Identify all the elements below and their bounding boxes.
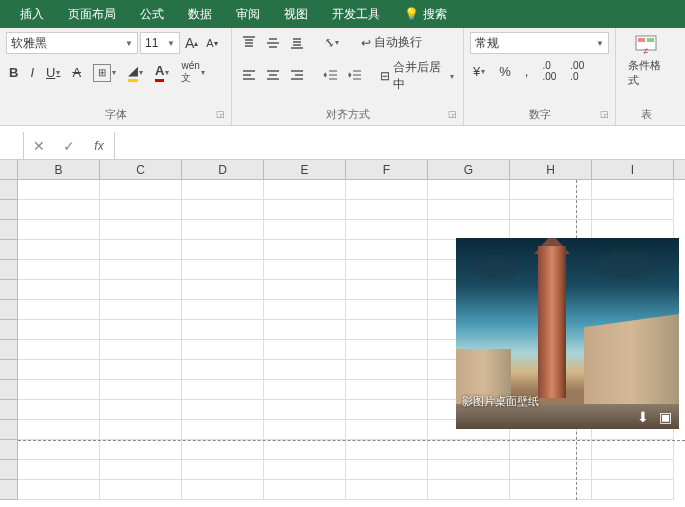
row-header[interactable] <box>0 260 18 280</box>
cell[interactable] <box>182 480 264 500</box>
bold-button[interactable]: B <box>6 63 21 82</box>
cell[interactable] <box>18 220 100 240</box>
cell[interactable] <box>18 180 100 200</box>
download-icon[interactable]: ⬇ <box>635 409 651 425</box>
row-header[interactable] <box>0 300 18 320</box>
cell[interactable] <box>100 180 182 200</box>
cell[interactable] <box>264 220 346 240</box>
cell[interactable] <box>264 200 346 220</box>
confirm-button[interactable]: ✓ <box>54 132 84 159</box>
cell[interactable] <box>346 220 428 240</box>
decrease-indent-button[interactable] <box>320 66 342 86</box>
cell[interactable] <box>346 400 428 420</box>
cell[interactable] <box>428 220 510 240</box>
cell[interactable] <box>100 240 182 260</box>
cell[interactable] <box>346 360 428 380</box>
align-top-button[interactable] <box>238 33 260 53</box>
decrease-font-button[interactable]: A▾ <box>203 35 220 51</box>
cancel-button[interactable]: ✕ <box>24 132 54 159</box>
cell[interactable] <box>346 300 428 320</box>
cell[interactable] <box>182 460 264 480</box>
cell[interactable] <box>18 400 100 420</box>
border-button[interactable]: ⊞▾ <box>90 62 119 84</box>
formula-input[interactable] <box>114 132 685 159</box>
cell[interactable] <box>510 200 592 220</box>
orientation-button[interactable]: ⤡▾ <box>320 33 342 52</box>
column-header[interactable]: G <box>428 160 510 179</box>
menu-view[interactable]: 视图 <box>272 0 320 28</box>
number-format-combo[interactable]: 常规 ▼ <box>470 32 609 54</box>
row-header[interactable] <box>0 460 18 480</box>
cell[interactable] <box>264 380 346 400</box>
currency-button[interactable]: ¥▾ <box>470 62 488 81</box>
cell[interactable] <box>592 480 674 500</box>
menu-devtools[interactable]: 开发工具 <box>320 0 392 28</box>
dialog-launcher-icon[interactable]: ◲ <box>216 109 225 119</box>
cell[interactable] <box>346 280 428 300</box>
cell[interactable] <box>264 480 346 500</box>
cell[interactable] <box>346 420 428 440</box>
cell[interactable] <box>182 400 264 420</box>
cell[interactable] <box>182 240 264 260</box>
row-header[interactable] <box>0 280 18 300</box>
cell[interactable] <box>100 300 182 320</box>
cell[interactable] <box>264 420 346 440</box>
cell[interactable] <box>18 460 100 480</box>
select-all-corner[interactable] <box>0 160 18 179</box>
cell[interactable] <box>346 380 428 400</box>
fill-color-button[interactable]: ◢▾ <box>125 61 146 84</box>
cell[interactable] <box>428 200 510 220</box>
cell[interactable] <box>510 480 592 500</box>
column-header[interactable]: B <box>18 160 100 179</box>
menu-data[interactable]: 数据 <box>176 0 224 28</box>
cell[interactable] <box>18 380 100 400</box>
italic-button[interactable]: I <box>27 63 37 82</box>
cell[interactable] <box>264 300 346 320</box>
expand-icon[interactable]: ▣ <box>657 409 673 425</box>
cell[interactable] <box>182 260 264 280</box>
cell[interactable] <box>100 200 182 220</box>
cell[interactable] <box>428 180 510 200</box>
cell[interactable] <box>592 440 674 460</box>
column-header[interactable]: D <box>182 160 264 179</box>
align-bottom-button[interactable] <box>286 33 308 53</box>
conditional-format-button[interactable]: ≠ 条件格式 <box>622 32 670 90</box>
cell[interactable] <box>18 320 100 340</box>
row-header[interactable] <box>0 380 18 400</box>
cell[interactable] <box>592 200 674 220</box>
cell[interactable] <box>182 360 264 380</box>
cell[interactable] <box>18 360 100 380</box>
phonetic-button[interactable]: wén文▾ <box>178 58 207 87</box>
cell[interactable] <box>182 200 264 220</box>
wrap-text-button[interactable]: ↩ 自动换行 <box>358 32 425 53</box>
cell[interactable] <box>100 440 182 460</box>
cell[interactable] <box>100 480 182 500</box>
cell[interactable] <box>182 220 264 240</box>
cell[interactable] <box>510 460 592 480</box>
cell[interactable] <box>346 200 428 220</box>
cell[interactable] <box>592 220 674 240</box>
cell[interactable] <box>100 400 182 420</box>
menu-layout[interactable]: 页面布局 <box>56 0 128 28</box>
comma-button[interactable]: , <box>522 62 532 81</box>
row-header[interactable] <box>0 180 18 200</box>
column-header[interactable]: E <box>264 160 346 179</box>
cell[interactable] <box>264 340 346 360</box>
cell[interactable] <box>18 260 100 280</box>
cell[interactable] <box>182 320 264 340</box>
cell[interactable] <box>346 180 428 200</box>
cell[interactable] <box>428 460 510 480</box>
cell[interactable] <box>264 460 346 480</box>
decrease-decimal-button[interactable]: .00.0 <box>567 58 587 84</box>
align-middle-button[interactable] <box>262 33 284 53</box>
cell[interactable] <box>346 320 428 340</box>
cell[interactable] <box>18 480 100 500</box>
underline-button[interactable]: U▾ <box>43 63 63 82</box>
strikethrough-button[interactable]: A <box>69 63 84 82</box>
cell[interactable] <box>264 400 346 420</box>
cell[interactable] <box>100 380 182 400</box>
cell[interactable] <box>346 480 428 500</box>
cell[interactable] <box>592 180 674 200</box>
dialog-launcher-icon[interactable]: ◲ <box>600 109 609 119</box>
menu-insert[interactable]: 插入 <box>8 0 56 28</box>
